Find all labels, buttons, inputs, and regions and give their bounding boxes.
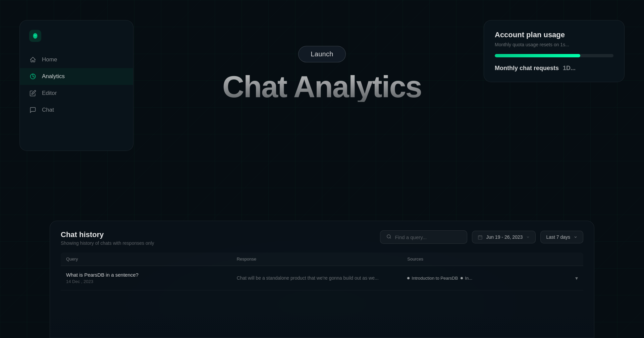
- row-query-date: 14 Dec , 2023: [66, 279, 237, 284]
- search-bar[interactable]: [380, 230, 467, 244]
- monthly-chat-row: Monthly chat requests 1D...: [495, 65, 613, 72]
- date-range-label: Jun 19 - 26, 2023: [486, 234, 523, 240]
- account-plan-title: Account plan usage: [495, 31, 613, 39]
- sidebar-item-analytics-label: Analytics: [42, 73, 65, 80]
- progress-bar-fill: [495, 54, 580, 57]
- sidebar-item-home[interactable]: Home: [20, 51, 133, 68]
- account-plan-card: Account plan usage Monthly quota usage r…: [484, 20, 625, 82]
- launch-button[interactable]: Launch: [298, 46, 345, 62]
- search-input[interactable]: [395, 234, 461, 240]
- page-title: Chat Analytics: [222, 72, 422, 102]
- sidebar-logo: [20, 30, 133, 51]
- source-dot-2: [461, 277, 463, 279]
- chat-history-panel: Chat history Showing history of chats wi…: [50, 221, 594, 338]
- source-label-2: In...: [465, 276, 472, 281]
- source-tag-2: In...: [461, 276, 472, 281]
- col-header-query: Query: [66, 257, 237, 262]
- row-query-cell: What is PearsDB in a sentence? 14 Dec , …: [66, 272, 237, 284]
- period-label: Last 7 days: [546, 234, 570, 240]
- sidebar: Home Analytics Editor Chat: [19, 20, 133, 151]
- source-expand-button[interactable]: ▾: [575, 275, 578, 281]
- svg-point-1: [387, 235, 390, 238]
- chat-history-subtitle: Showing history of chats with responses …: [61, 240, 154, 246]
- editor-icon: [29, 90, 37, 97]
- svg-line-2: [390, 237, 391, 238]
- col-header-sources: Sources: [407, 257, 578, 262]
- source-label-1: Introduction to PearsDB: [412, 276, 458, 281]
- row-response-cell: Chat will be a standalone product that w…: [237, 275, 408, 282]
- period-selector[interactable]: Last 7 days: [540, 231, 583, 243]
- analytics-icon: [29, 73, 37, 80]
- sidebar-item-chat[interactable]: Chat: [20, 102, 133, 118]
- row-query-title: What is PearsDB in a sentence?: [66, 272, 237, 278]
- source-dot-1: [407, 277, 410, 279]
- progress-bar-background: [495, 54, 613, 57]
- date-range-selector[interactable]: Jun 19 - 26, 2023: [472, 231, 536, 243]
- sidebar-item-home-label: Home: [42, 56, 57, 63]
- sidebar-item-chat-label: Chat: [42, 107, 54, 113]
- panel-fade-overlay: [50, 311, 594, 338]
- search-icon: [386, 234, 391, 240]
- sidebar-item-analytics[interactable]: Analytics: [20, 68, 133, 85]
- monthly-chat-label: Monthly chat requests: [495, 65, 559, 72]
- logo-icon: [29, 30, 41, 42]
- chat-history-title: Chat history: [61, 230, 154, 239]
- chat-icon: [29, 106, 37, 114]
- home-icon: [29, 56, 37, 63]
- monthly-chat-value: 1D...: [563, 65, 576, 72]
- chat-panel-title-block: Chat history Showing history of chats wi…: [61, 230, 154, 246]
- source-tag-1: Introduction to PearsDB: [407, 276, 458, 281]
- table-header: Query Response Sources: [61, 252, 583, 266]
- sidebar-item-editor-label: Editor: [42, 90, 57, 97]
- col-header-response: Response: [237, 257, 408, 262]
- sidebar-item-editor[interactable]: Editor: [20, 85, 133, 102]
- row-sources-cell: Introduction to PearsDB In... ▾: [407, 275, 578, 281]
- svg-rect-3: [478, 235, 482, 239]
- chat-panel-controls: Jun 19 - 26, 2023 Last 7 days: [380, 230, 583, 244]
- chat-table: Query Response Sources What is PearsDB i…: [50, 252, 594, 290]
- table-row[interactable]: What is PearsDB in a sentence? 14 Dec , …: [61, 266, 583, 290]
- chat-panel-header: Chat history Showing history of chats wi…: [50, 221, 594, 252]
- account-plan-subtitle: Monthly quota usage resets on 1s...: [495, 42, 613, 47]
